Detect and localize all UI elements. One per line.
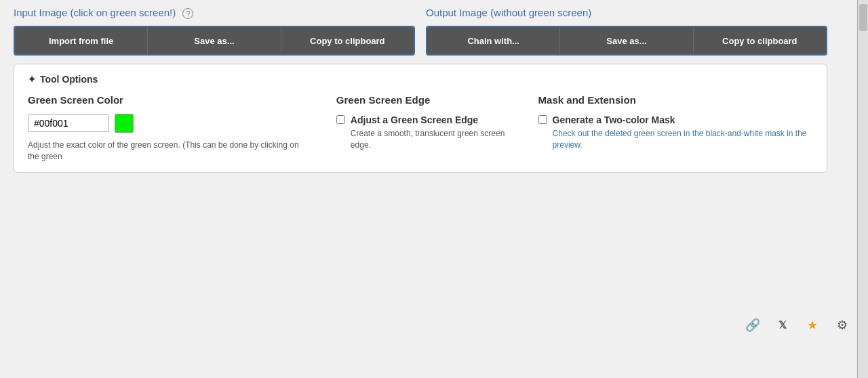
input-save-button[interactable]: Save as... (148, 27, 281, 54)
green-screen-color-title: Green Screen Color (28, 94, 309, 106)
output-panel-title: Output Image (without green screen) (426, 7, 827, 18)
two-color-mask-label[interactable]: Generate a Two-color Mask (553, 114, 675, 125)
adjust-edge-desc: Create a smooth, translucent green scree… (351, 128, 511, 151)
sparkle-icon: ✦ (28, 74, 36, 85)
color-input-row (28, 114, 309, 133)
tool-options-label: Tool Options (40, 74, 98, 85)
chain-button[interactable]: Chain with... (427, 27, 560, 54)
output-panel: Chain with... Save as... Copy to clipboa… (426, 26, 827, 56)
help-icon[interactable]: ? (182, 8, 193, 19)
color-swatch[interactable] (115, 114, 134, 133)
adjust-edge-checkbox[interactable] (336, 115, 345, 124)
input-panel-title: Input Image (click on green screen!) ? (14, 7, 415, 19)
import-button[interactable]: Import from file (15, 27, 148, 54)
mask-extension-col: Mask and Extension Generate a Two-color … (538, 94, 813, 163)
settings-icon[interactable]: ⚙ (830, 313, 854, 337)
adjust-edge-label[interactable]: Adjust a Green Screen Edge (351, 114, 478, 125)
input-toolbar: Import from file Save as... Copy to clip… (15, 27, 414, 54)
scrollbar[interactable] (857, 0, 868, 378)
scrollbar-thumb[interactable] (859, 4, 867, 31)
tool-options-body: Green Screen Color Adjust the exact colo… (28, 94, 813, 163)
input-panel: Import from file Save as... Copy to clip… (14, 26, 415, 56)
tool-options-panel: ✦ Tool Options Green Screen Color Adjust… (14, 64, 827, 173)
two-color-mask-checkbox[interactable] (538, 115, 547, 124)
output-copy-button[interactable]: Copy to clipboard (694, 27, 826, 54)
green-screen-edge-title: Green Screen Edge (336, 94, 511, 106)
output-toolbar: Chain with... Save as... Copy to clipboa… (427, 27, 826, 54)
check-out-link[interactable]: Check out the deleted green screen in th… (553, 129, 807, 150)
mask-extension-title: Mask and Extension (538, 94, 813, 106)
star-icon[interactable]: ★ (800, 313, 825, 337)
link-icon[interactable]: 🔗 (741, 313, 765, 337)
green-screen-color-col: Green Screen Color Adjust the exact colo… (28, 94, 309, 163)
output-save-button[interactable]: Save as... (560, 27, 693, 54)
twitter-icon[interactable]: 𝕏 (770, 313, 795, 337)
color-text-input[interactable] (28, 114, 109, 132)
tool-options-header: ✦ Tool Options (28, 74, 813, 85)
two-color-mask-row: Generate a Two-color Mask Check out the … (538, 114, 813, 151)
green-screen-edge-col: Green Screen Edge Adjust a Green Screen … (336, 94, 511, 163)
green-screen-color-desc: Adjust the exact color of the green scre… (28, 140, 309, 163)
two-color-mask-desc: Check out the deleted green screen in th… (553, 128, 813, 151)
adjust-edge-row: Adjust a Green Screen Edge Create a smoo… (336, 114, 511, 151)
image-panels: Import from file Save as... Copy to clip… (14, 26, 827, 56)
input-copy-button[interactable]: Copy to clipboard (281, 27, 414, 54)
right-icons-panel: 🔗 𝕏 ★ ⚙ (741, 313, 854, 337)
